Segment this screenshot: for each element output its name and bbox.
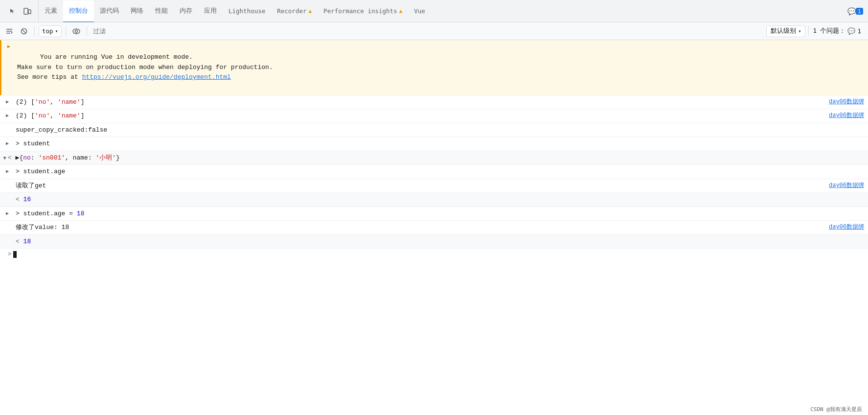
filter-input[interactable] [91, 25, 765, 37]
result-16-message: < 16 [0, 193, 868, 207]
footer-bar: CSDN @我有满天星辰 [804, 404, 868, 415]
tab-performance[interactable]: 性能 [149, 0, 174, 22]
tab-lighthouse[interactable]: Lighthouse [223, 0, 271, 22]
vue-warning-message: ▶ You are running Vue in development mod… [0, 40, 868, 95]
svg-point-7 [73, 29, 80, 34]
array1-message: ▶ (2) ['no', 'name'] day06数据绑 [0, 95, 868, 110]
svg-rect-1 [28, 10, 31, 14]
tabs-container: 元素 控制台 源代码 网络 性能 内存 应用 Lighthouse Record… [39, 0, 848, 22]
tab-icon-group [2, 0, 39, 22]
toolbar-separator-3 [87, 26, 87, 36]
student-expand-arrow[interactable]: ▶ [4, 140, 11, 147]
age-set-message: ▶ > student.age = 18 [0, 207, 868, 221]
student-message: ▶ > student [0, 137, 868, 151]
student-obj-message: ▶ < ▶{no: 'sn001', name: '小明'} [0, 151, 868, 165]
log-level-selector[interactable]: 默认级别 ▾ [766, 25, 805, 37]
vue-expand-arrow[interactable]: ▶ [5, 43, 12, 50]
level-dropdown-arrow: ▾ [798, 28, 801, 34]
array1-source[interactable]: day06数据绑 [821, 97, 864, 107]
context-dropdown-arrow: ▾ [55, 28, 58, 34]
student-age-message: ▶ > student.age [0, 165, 868, 179]
toolbar-right-group: 默认级别 ▾ 1 个问题： 💬 1 [766, 25, 865, 37]
value-set-message: 修改了value: 18 day06数据绑 [0, 221, 868, 235]
tab-recorder[interactable]: Recorder ▲ [271, 0, 318, 22]
get-read-message: 读取了get day06数据绑 [0, 179, 868, 193]
get-read-source[interactable]: day06数据绑 [821, 181, 864, 191]
array2-message: ▶ (2) ['no', 'name'] day06数据绑 [0, 109, 868, 123]
tab-elements[interactable]: 元素 [39, 0, 63, 22]
tab-sources[interactable]: 源代码 [94, 0, 125, 22]
tab-vue[interactable]: Vue [408, 0, 431, 22]
vue-docs-link[interactable]: https://vuejs.org/guide/deployment.html [82, 73, 231, 81]
result-18-message: < 18 [0, 235, 868, 249]
issues-badge: 1 个问题： 💬 1 [808, 26, 865, 36]
block-icon-button[interactable] [18, 25, 30, 38]
tab-performance-insights[interactable]: Performance insights ▲ [318, 0, 408, 22]
student-age-expand-arrow[interactable]: ▶ [4, 168, 11, 175]
toolbar-separator-2 [66, 26, 66, 36]
more-tabs-button[interactable]: 💬 1 [848, 4, 862, 18]
eye-button[interactable] [70, 25, 83, 38]
input-caret: > [8, 251, 11, 258]
context-selector[interactable]: top ▾ [39, 25, 62, 37]
svg-rect-3 [6, 31, 12, 32]
svg-point-8 [75, 30, 77, 32]
tab-memory[interactable]: 内存 [174, 0, 198, 22]
tab-network[interactable]: 网络 [125, 0, 149, 22]
array2-source[interactable]: day06数据绑 [821, 111, 864, 121]
svg-line-6 [22, 29, 26, 33]
cursor-blink [13, 251, 17, 258]
value-set-source[interactable]: day06数据绑 [821, 223, 864, 232]
cursor-icon-btn[interactable] [6, 4, 20, 18]
array1-expand-arrow[interactable]: ▶ [4, 98, 11, 106]
issues-chat-icon: 💬 [847, 27, 855, 35]
tab-bar-right: 💬 1 [848, 4, 866, 18]
age-set-expand-arrow[interactable]: ▶ [4, 210, 11, 217]
svg-rect-0 [24, 8, 28, 14]
device-icon-btn[interactable] [21, 4, 34, 18]
toolbar-separator-1 [34, 26, 35, 36]
recorder-warning-icon: ▲ [308, 8, 312, 14]
svg-rect-2 [6, 29, 12, 30]
console-input-row: > [0, 249, 868, 260]
clear-console-button[interactable] [3, 25, 16, 38]
tab-console[interactable]: 控制台 [63, 0, 94, 22]
console-toolbar: top ▾ 默认级别 ▾ 1 个问题： 💬 1 [0, 23, 868, 40]
array2-expand-arrow[interactable]: ▶ [4, 112, 11, 119]
tab-application[interactable]: 应用 [198, 0, 223, 22]
student-obj-expand-arrow[interactable]: ▶ [1, 155, 8, 161]
perf-insights-warning-icon: ▲ [399, 8, 403, 14]
tab-bar: 元素 控制台 源代码 网络 性能 内存 应用 Lighthouse Record… [0, 0, 868, 23]
copy-cracked-message: super_copy_cracked:false [0, 123, 868, 138]
svg-rect-4 [6, 33, 10, 34]
console-content: ▶ You are running Vue in development mod… [0, 40, 868, 415]
